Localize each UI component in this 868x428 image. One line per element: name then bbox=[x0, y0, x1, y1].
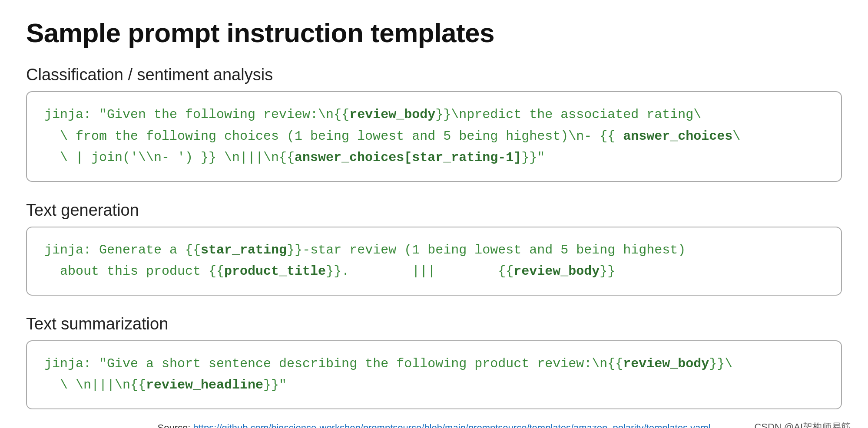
code-text-classification: jinja: "Given the following review:\n{{r… bbox=[44, 104, 824, 169]
source-label: Source: bbox=[158, 422, 193, 428]
code-part-classification-0-2: review_body bbox=[349, 107, 435, 122]
code-part-text-generation-1-4: }} bbox=[600, 264, 615, 279]
code-part-classification-2-2: }}" bbox=[521, 150, 545, 165]
code-part-text-generation-1-2: }}. ||| {{ bbox=[326, 264, 514, 279]
source-link[interactable]: https://github.com/bigscience-workshop/p… bbox=[193, 422, 710, 428]
code-line-classification-1: \ from the following choices (1 being lo… bbox=[44, 126, 824, 148]
code-part-classification-0-3: }}\npredict the associated rating\ bbox=[435, 107, 701, 122]
code-block-text-generation: jinja: Generate a {{star_rating}}-star r… bbox=[26, 227, 842, 296]
code-part-text-summarization-1-2: }}" bbox=[263, 378, 287, 392]
code-line-classification-2: \ | join('\\n- ') }} \n|||\n{{answer_cho… bbox=[44, 147, 824, 169]
code-part-classification-1-2: \ bbox=[732, 129, 740, 144]
section-label-text-summarization: Text summarization bbox=[26, 315, 842, 333]
code-line-text-generation-1: about this product {{product_title}}. ||… bbox=[44, 261, 824, 283]
code-block-classification: jinja: "Given the following review:\n{{r… bbox=[26, 91, 842, 182]
code-part-text-summarization-1-1: review_headline bbox=[146, 378, 263, 392]
code-part-text-summarization-1-0: \ \n|||\n{{ bbox=[44, 378, 146, 392]
code-part-classification-2-0: \ | join('\\n- ') }} \n|||\n{{ bbox=[44, 150, 295, 165]
code-line-text-generation-0: jinja: Generate a {{star_rating}}-star r… bbox=[44, 240, 824, 261]
code-part-text-generation-0-0: jinja: bbox=[44, 243, 99, 257]
code-part-text-generation-1-1: product_title bbox=[224, 264, 326, 279]
code-line-text-summarization-1: \ \n|||\n{{review_headline}}" bbox=[44, 375, 824, 396]
code-part-classification-0-0: jinja: bbox=[44, 107, 99, 122]
code-part-classification-1-0: \ from the following choices (1 being lo… bbox=[44, 129, 623, 144]
code-part-classification-2-1: answer_choices[star_rating-1] bbox=[295, 150, 521, 165]
footer: Source: https://github.com/bigscience-wo… bbox=[158, 422, 711, 428]
code-part-text-summarization-0-0: jinja: bbox=[44, 356, 99, 371]
code-part-text-summarization-0-2: review_body bbox=[623, 356, 709, 371]
code-part-classification-0-1: "Given the following review:\n{{ bbox=[99, 107, 349, 122]
code-line-classification-0: jinja: "Given the following review:\n{{r… bbox=[44, 104, 824, 126]
code-part-text-summarization-0-3: }}\ bbox=[709, 356, 732, 371]
code-text-text-generation: jinja: Generate a {{star_rating}}-star r… bbox=[44, 240, 824, 283]
section-label-text-generation: Text generation bbox=[26, 201, 842, 220]
watermark: CSDN @AI架构师易筋 bbox=[754, 421, 851, 428]
code-text-text-summarization: jinja: "Give a short sentence describing… bbox=[44, 353, 824, 396]
page-title: Sample prompt instruction templates bbox=[26, 17, 842, 48]
code-part-text-generation-0-3: }}-star review (1 being lowest and 5 bei… bbox=[287, 243, 686, 257]
code-part-text-generation-1-3: review_body bbox=[514, 264, 600, 279]
sections-container: Classification / sentiment analysisjinja… bbox=[26, 66, 842, 409]
code-part-text-generation-0-1: Generate a {{ bbox=[99, 243, 201, 257]
code-part-text-summarization-0-1: "Give a short sentence describing the fo… bbox=[99, 356, 623, 371]
code-part-text-generation-0-2: star_rating bbox=[201, 243, 287, 257]
code-block-text-summarization: jinja: "Give a short sentence describing… bbox=[26, 340, 842, 409]
code-part-classification-1-1: answer_choices bbox=[623, 129, 732, 144]
code-part-text-generation-1-0: about this product {{ bbox=[44, 264, 224, 279]
section-label-classification: Classification / sentiment analysis bbox=[26, 66, 842, 84]
code-line-text-summarization-0: jinja: "Give a short sentence describing… bbox=[44, 353, 824, 375]
